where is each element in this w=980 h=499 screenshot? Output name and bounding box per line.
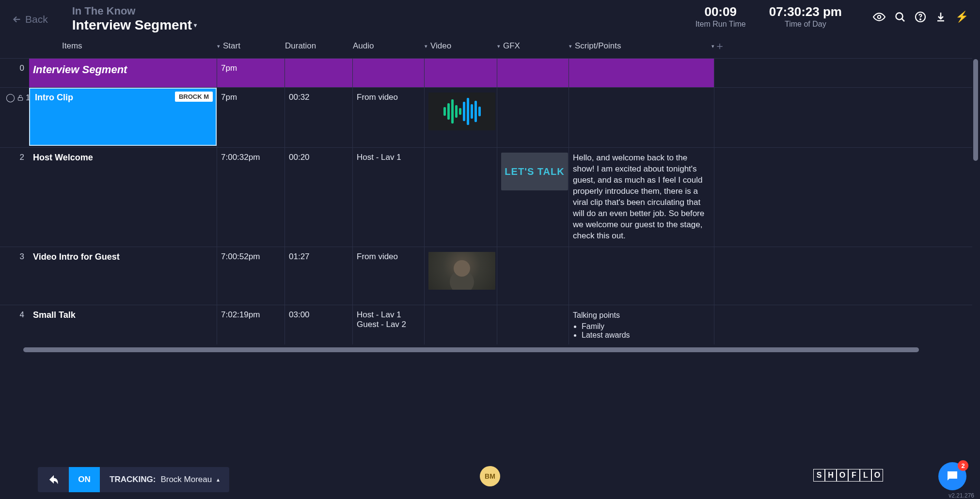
chevron-down-icon: ▾ <box>425 43 427 49</box>
cell-gfx[interactable] <box>497 305 569 345</box>
chat-button[interactable]: 2 <box>938 462 966 490</box>
show-title: In The Know <box>72 5 197 17</box>
cell-gfx[interactable] <box>497 247 569 305</box>
tracking-label: TRACKING: <box>110 475 156 484</box>
waveform-icon <box>443 97 481 126</box>
cell-video[interactable] <box>425 305 497 345</box>
arrow-left-icon <box>12 14 22 25</box>
rundown-row[interactable]: 3 Video Intro for Guest 7:00:52pm 01:27 … <box>0 247 972 305</box>
item-title: Intro Clip <box>35 93 73 102</box>
cell-audio[interactable]: Host - Lav 1 <box>353 148 425 247</box>
chevron-down-icon: ▾ <box>497 43 500 49</box>
cell-gfx[interactable]: LET'S TALK <box>497 148 569 247</box>
cell-duration[interactable]: 00:20 <box>285 148 353 247</box>
cell-duration[interactable]: 00:32 <box>285 88 353 147</box>
cell-gfx[interactable] <box>497 88 569 147</box>
cell-duration[interactable]: 01:27 <box>285 247 353 305</box>
cell-script[interactable]: Hello, and welcome back to the show! I a… <box>569 148 714 247</box>
chat-icon <box>945 469 960 483</box>
cell-start[interactable]: 7:00:32pm <box>217 148 285 247</box>
cell-audio[interactable]: From video <box>353 88 425 147</box>
back-label: Back <box>25 14 48 25</box>
cell-video[interactable] <box>425 247 497 305</box>
cell-duration[interactable]: 03:00 <box>285 305 353 345</box>
notification-badge: 2 <box>958 460 968 471</box>
audio-line: Guest - Lav 2 <box>357 320 420 329</box>
item-title: Video Intro for Guest <box>33 252 120 262</box>
svg-point-0 <box>878 16 881 19</box>
cell-script[interactable] <box>569 88 714 147</box>
item-run-time-value: 00:09 <box>695 5 746 19</box>
help-icon[interactable] <box>915 11 926 23</box>
item-title: Host Welcome <box>33 153 93 162</box>
time-of-day-label: Time of Day <box>769 20 842 29</box>
cell-start[interactable]: 7pm <box>217 88 285 147</box>
column-headers: Items ▾ Start Duration Audio ▾ Video ▾ G… <box>0 37 980 58</box>
item-title: Small Talk <box>33 310 76 320</box>
cell-audio[interactable]: Host - Lav 1 Guest - Lav 2 <box>353 305 425 345</box>
segment-row-title: Interview Segment <box>33 63 127 76</box>
share-icon <box>48 475 58 484</box>
time-of-day-value: 07:30:23 pm <box>769 5 842 19</box>
rundown-row[interactable]: 2 Host Welcome 7:00:32pm 00:20 Host - La… <box>0 147 972 247</box>
col-items[interactable]: Items <box>29 41 217 51</box>
user-avatar[interactable]: BM <box>480 466 500 486</box>
col-script[interactable]: ▾ Script/Points ▾ <box>569 41 714 51</box>
talking-point: Latest awards <box>582 331 710 340</box>
audio-line: Host - Lav 1 <box>357 310 420 320</box>
cell-audio[interactable]: From video <box>353 247 425 305</box>
col-video[interactable]: ▾ Video <box>425 41 497 51</box>
search-icon[interactable] <box>894 11 906 23</box>
item-run-time-label: Item Run Time <box>695 20 746 29</box>
chevron-down-icon: ▾ <box>217 43 220 49</box>
col-duration[interactable]: Duration <box>285 41 353 51</box>
svg-point-1 <box>896 13 903 20</box>
tracking-selector[interactable]: TRACKING: Brock Moreau ▴ <box>100 467 229 492</box>
cell-video[interactable] <box>425 148 497 247</box>
add-column-button[interactable]: ＋ <box>714 39 724 53</box>
horizontal-scrollbar[interactable] <box>23 347 919 352</box>
row-index: 2 <box>0 148 29 247</box>
rundown-row[interactable]: ◯ 1 Intro Clip BROCK M 7pm 00:32 From vi… <box>0 87 972 147</box>
rundown-row[interactable]: 4 Small Talk 7:02:19pm 03:00 Host - Lav … <box>0 305 972 345</box>
cell-script[interactable]: Talking points Family Latest awards <box>569 305 714 345</box>
row-index: 3 <box>0 247 29 305</box>
tracking-on-button[interactable]: ON <box>69 467 100 492</box>
row-index: 4 <box>0 305 29 345</box>
talking-point: Family <box>582 322 710 331</box>
row-index: 1 <box>26 93 29 103</box>
caret-up-icon: ▴ <box>217 476 220 483</box>
share-button[interactable] <box>38 467 69 492</box>
cell-start[interactable]: 7:02:19pm <box>217 305 285 345</box>
version-label: v2.21.276 <box>948 492 974 499</box>
cell-video[interactable] <box>425 88 497 147</box>
editor-badge: BROCK M <box>175 92 213 102</box>
caret-down-icon: ▾ <box>194 22 197 29</box>
cell-script[interactable] <box>569 247 714 305</box>
script-heading: Talking points <box>573 310 710 321</box>
col-gfx[interactable]: ▾ GFX <box>497 41 569 51</box>
segment-title-dropdown[interactable]: Interview Segment ▾ <box>72 17 197 33</box>
radio-icon: ◯ <box>6 93 15 103</box>
col-audio[interactable]: Audio <box>353 41 425 51</box>
gfx-thumbnail[interactable]: LET'S TALK <box>501 153 568 190</box>
brand-logo: S H O F L O <box>813 469 883 482</box>
segment-row[interactable]: 0 Interview Segment 7pm <box>0 58 972 87</box>
unlock-icon <box>17 94 24 101</box>
cell-start[interactable]: 7:00:52pm <box>217 247 285 305</box>
chevron-down-icon: ▾ <box>569 43 572 49</box>
lets-talk-graphic: LET'S TALK <box>501 153 568 190</box>
video-thumbnail[interactable] <box>428 93 495 130</box>
bolt-icon[interactable]: ⚡ <box>955 11 968 23</box>
segment-start: 7pm <box>217 59 285 87</box>
tracking-name: Brock Moreau <box>160 475 212 484</box>
eye-icon[interactable] <box>873 11 885 23</box>
col-start[interactable]: ▾ Start <box>217 41 285 51</box>
video-thumbnail[interactable] <box>428 252 495 290</box>
back-button[interactable]: Back <box>12 14 48 25</box>
vertical-scrollbar[interactable] <box>973 59 978 161</box>
row-index: 0 <box>0 59 29 87</box>
live-item-card[interactable]: Intro Clip BROCK M <box>29 88 217 146</box>
svg-point-3 <box>920 19 921 20</box>
download-icon[interactable] <box>935 11 947 23</box>
